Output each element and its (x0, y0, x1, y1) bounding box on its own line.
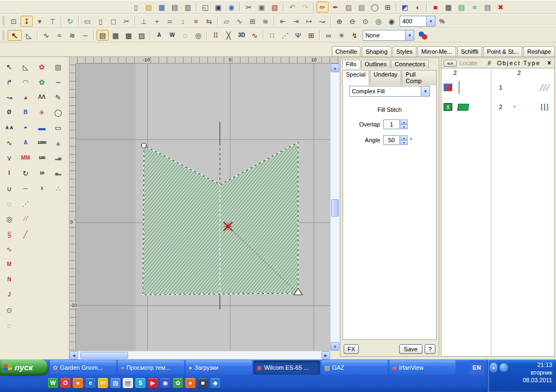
panel-close-button[interactable]: × (546, 59, 552, 67)
zoom-out-icon[interactable]: ⊖ (346, 16, 358, 27)
stop-icon[interactable]: ■ (429, 2, 441, 12)
stairs-2-icon[interactable]: ▄▂ (51, 167, 65, 180)
rectangle-tool-icon[interactable]: ▭ (51, 121, 65, 134)
ql-orange-icon[interactable]: ● (185, 378, 195, 388)
ql-globe-icon[interactable]: ◉ (160, 378, 170, 388)
overlap-spinner[interactable]: 1 ▴ ▾ (383, 119, 408, 129)
dotted-ring-icon[interactable]: ◌ (2, 319, 16, 332)
new-design-icon[interactable]: ▯ (130, 2, 142, 12)
needle-down-icon[interactable]: ▾ (34, 16, 46, 27)
length-icon[interactable]: ↕ (177, 16, 189, 27)
ql-firefox-icon[interactable]: ● (73, 378, 83, 388)
task-prosmotr-tem[interactable]: ●Просмотр тем... (118, 361, 184, 375)
tab-mirror-merge[interactable]: Mirror-Me... (418, 46, 456, 56)
chevron-down-icon[interactable]: ▾ (421, 86, 429, 96)
stitch-player-icon[interactable]: ▣ (212, 2, 224, 12)
motif-combo[interactable]: None ▾ (363, 30, 414, 41)
thread-colors-icon[interactable]: ≡ (469, 2, 481, 12)
travel-start-icon[interactable]: ⇤ (277, 16, 289, 27)
wave-tool-icon[interactable]: ∿ (2, 136, 16, 149)
grid-warp-icon[interactable]: ⊞ (305, 30, 317, 41)
scroll-up-icon[interactable]: ▲ (331, 64, 339, 72)
taskbar-clock[interactable]: 21:13 вторник 08.03.2011 (523, 361, 552, 384)
object-row-1[interactable]: 1 ╱╱╱ (491, 78, 554, 97)
density-icon[interactable]: ≡ (190, 16, 202, 27)
trim-icon[interactable]: ✂ (121, 16, 132, 27)
hoop-icon[interactable]: ◯ (369, 2, 381, 12)
tray-chevron-icon[interactable]: « (490, 363, 497, 372)
open-design-icon[interactable]: ▨ (143, 2, 155, 12)
slope-tool-icon[interactable]: ▲ (51, 136, 65, 149)
warp-icon[interactable]: ≋ (260, 16, 271, 27)
polygon-tool-icon[interactable]: ◺ (18, 60, 33, 73)
scroll-down-icon[interactable]: ▼ (331, 342, 339, 351)
angle-spin-buttons[interactable]: ▴ ▾ (400, 135, 408, 145)
grid-icon[interactable]: ⊞ (382, 2, 394, 12)
package-icon[interactable]: ⊡ (8, 16, 20, 27)
tab-schiffli[interactable]: Schiffli (457, 46, 482, 56)
red-slope-icon[interactable]: ╱ (18, 227, 33, 241)
dome-tool-icon[interactable]: ◠ (18, 75, 33, 88)
flower-red-icon[interactable]: ✿ (35, 60, 49, 73)
zigzag-tool-icon[interactable]: ΛΛ (35, 91, 49, 104)
paste-icon[interactable]: ▧ (269, 2, 281, 12)
mesh-icon[interactable]: ⊞ (247, 16, 258, 27)
chevron-down-icon[interactable]: ▾ (426, 16, 435, 26)
zoom-fit-icon[interactable]: ◉ (386, 16, 397, 27)
cross-stitch-icon[interactable]: ╳ (223, 30, 235, 41)
ql-opera-icon[interactable]: O (60, 378, 71, 388)
tab-shaping[interactable]: Shaping (362, 46, 391, 56)
star-points-icon[interactable]: ∷ (266, 30, 278, 41)
save-design-icon[interactable]: ▦ (156, 2, 168, 12)
color-film-icon[interactable]: ◐ (412, 2, 424, 12)
ql-media-icon[interactable]: ▶ (148, 378, 158, 388)
flower-green-icon[interactable]: ✿ (35, 75, 49, 88)
zoom-1-1-icon[interactable]: ⊙ (359, 16, 371, 27)
program-split-icon[interactable]: ▨ (136, 30, 148, 41)
count-1000-icon[interactable]: 1000 (35, 136, 49, 149)
task-wilcom-es65[interactable]: ▣Wilcom ES-65 ... (254, 361, 320, 375)
overlap-spin-buttons[interactable]: ▴ ▾ (400, 119, 408, 129)
ellipse-tool-icon[interactable]: ◯ (51, 106, 65, 119)
task-zagruzki[interactable]: ●Загрузки (186, 361, 252, 375)
underlay-icon[interactable]: ▱ (220, 16, 232, 27)
redo-icon[interactable]: ↷ (299, 2, 311, 12)
fancy-fill-a-icon[interactable]: A (153, 30, 165, 41)
sphere-tool-icon[interactable]: ◕ (18, 91, 33, 104)
anchor-icon[interactable]: ⊥ (138, 16, 150, 27)
tab-pull-comp[interactable]: Pull Comp (402, 70, 437, 85)
copy-icon[interactable]: ▣ (256, 2, 268, 12)
print-preview-icon[interactable]: ▥ (182, 2, 194, 12)
zoom-level-combo[interactable]: 400 ▾ (400, 16, 435, 27)
blue-b-icon[interactable]: B (18, 106, 33, 119)
dash-tool-icon[interactable]: ┄ (18, 182, 33, 195)
tab-fills[interactable]: Fills (342, 60, 361, 68)
triple-run-icon[interactable]: ≈ (53, 30, 65, 41)
panel-collapse-button[interactable]: «» (444, 60, 457, 67)
hatch-lines-icon[interactable]: ▨ (51, 60, 65, 73)
tab-connectors[interactable]: Connectors (391, 60, 429, 68)
start-button[interactable]: пуск (0, 359, 48, 375)
spin-up-icon[interactable]: ▴ (400, 119, 408, 124)
toolbar-grip[interactable] (3, 30, 5, 40)
red-j-icon[interactable]: J (2, 288, 16, 301)
angle-spinner[interactable]: 50 ▴ ▾ (383, 135, 408, 145)
lightning-icon[interactable]: ↯ (349, 30, 361, 41)
hoop-toggle-icon[interactable]: ◻ (108, 16, 119, 27)
design-canvas[interactable] (76, 64, 330, 351)
coil-red-icon[interactable]: § (2, 227, 16, 241)
cut-icon[interactable]: ✂ (243, 2, 255, 12)
scatter-points-icon[interactable]: ⋰ (279, 30, 291, 41)
color-chip-multi[interactable] (444, 84, 452, 91)
design-properties-icon[interactable]: ▤ (456, 2, 467, 12)
center-cross-marker[interactable] (224, 222, 232, 231)
ibeam-tool-icon[interactable]: I (2, 167, 16, 180)
spin-up-icon[interactable]: ▴ (400, 135, 408, 140)
travel-end-icon[interactable]: ⇥ (290, 16, 302, 27)
overlap-value[interactable]: 1 (383, 119, 400, 129)
ql-ie-icon[interactable]: e (85, 378, 96, 388)
color-row-1[interactable] (441, 78, 491, 97)
stitch-list-icon[interactable]: ▦ (443, 2, 454, 12)
wave-effect-icon[interactable]: ∿ (249, 30, 261, 41)
stipple-fill-icon[interactable]: ⠿ (210, 30, 222, 41)
